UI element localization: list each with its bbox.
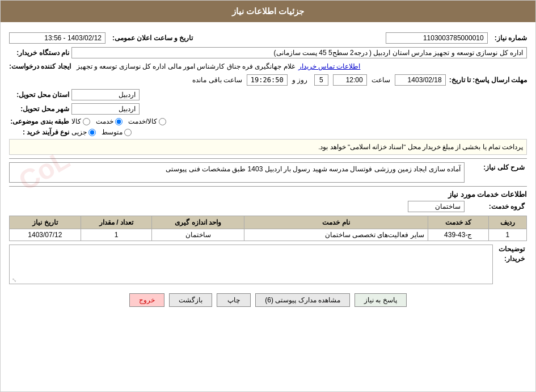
- need-description-label: شرح کلی نیاز:: [465, 162, 527, 171]
- deadline-label: مهلت ارسال پاسخ: تا تاریخ:: [446, 76, 527, 84]
- category-kala-khadamat-input[interactable]: [159, 118, 166, 125]
- col-header-unit: واحد اندازه گیری: [152, 216, 244, 229]
- process-jozi-input[interactable]: [88, 129, 96, 136]
- page-header: جزئیات اطلاعات نیاز: [1, 1, 535, 22]
- province-value: اردبیل: [71, 89, 140, 100]
- resize-handle[interactable]: ⤡: [11, 277, 16, 283]
- process-jozi-label: جزیی: [71, 128, 87, 136]
- service-info-title: اطلاعات خدمات مورد نیاز: [9, 190, 527, 199]
- buyer-notes-box: ⤡: [9, 245, 493, 284]
- buyer-org-label: نام دستگاه خریدار:: [9, 49, 71, 57]
- footer-buttons: پاسخ به نیاز مشاهده مدارک پیوستی (6) چاپ…: [9, 289, 527, 313]
- category-khadamat-input[interactable]: [115, 118, 123, 125]
- process-motavaset-label: متوسط: [102, 128, 123, 136]
- service-group-label: گروه خدمت:: [465, 203, 527, 210]
- col-header-code: کد خدمت: [428, 216, 488, 229]
- payment-note-text: پرداخت تمام یا بخشی از مبلغ خریدار محل "…: [318, 144, 523, 150]
- deadline-date: 1403/02/18: [395, 74, 446, 86]
- announcement-date-value: 1403/02/12 - 13:56: [9, 32, 105, 44]
- category-kala-input[interactable]: [83, 118, 90, 125]
- announcement-date-label: تاریخ و ساعت اعلان عمومی:: [109, 34, 193, 42]
- services-table: ردیف کد خدمت نام خدمت واحد اندازه گیری ت…: [9, 216, 527, 241]
- category-kala-label: کالا: [71, 117, 81, 125]
- cell-unit: ساختمان: [152, 229, 244, 241]
- category-khadamat-label: خدمت: [96, 117, 113, 125]
- exit-button[interactable]: خروج: [129, 293, 164, 307]
- service-group-value: ساختمان: [408, 201, 465, 212]
- city-value: اردبیل: [71, 103, 140, 115]
- cell-row: 1: [488, 229, 526, 241]
- requester-contact-link[interactable]: اطلاعات تماس خریدار: [298, 62, 361, 70]
- cell-name: سایر فعالیت‌های تخصصی ساختمان: [244, 229, 428, 241]
- deadline-time-label: ساعت: [372, 76, 390, 84]
- need-number-label: شماره نیاز:: [491, 34, 527, 42]
- buyer-notes-label: توضیحاتخریدار:: [493, 245, 527, 264]
- process-jozi-radio[interactable]: جزیی: [71, 128, 96, 136]
- page-title: جزئیات اطلاعات نیاز: [232, 6, 304, 16]
- deadline-days-val: 5: [314, 74, 328, 86]
- need-description-value: آماده سازی ایجاد زمین ورزشی فوتسال مدرسه…: [9, 162, 465, 183]
- process-label: نوع فرآیند خرید :: [9, 128, 71, 136]
- view-docs-button[interactable]: مشاهده مدارک پیوستی (6): [255, 293, 350, 307]
- province-label: استان محل تحویل:: [9, 91, 71, 99]
- category-kala-khadamat-radio[interactable]: کالا/خدمت: [128, 117, 166, 125]
- deadline-days-label: روز و: [292, 76, 307, 84]
- category-kala-khadamat-label: کالا/خدمت: [128, 117, 157, 125]
- answer-button[interactable]: پاسخ به نیاز: [354, 293, 407, 307]
- table-row: 1 ج-43-439 سایر فعالیت‌های تخصصی ساختمان…: [10, 229, 527, 241]
- cell-code: ج-43-439: [428, 229, 488, 241]
- category-kala-radio[interactable]: کالا: [71, 117, 90, 125]
- requester-label: ایجاد کننده درخواست:: [9, 62, 73, 70]
- process-motavaset-radio[interactable]: متوسط: [102, 128, 132, 136]
- need-number-value: 1103003785000010: [386, 32, 488, 44]
- col-header-qty: تعداد / مقدار: [81, 216, 152, 229]
- print-button[interactable]: چاپ: [217, 293, 251, 307]
- buyer-org-value: اداره کل نوسازی توسعه و تجهیز مدارس استا…: [71, 47, 527, 58]
- cell-qty: 1: [81, 229, 152, 241]
- deadline-remaining-label: ساعت باقی مانده: [192, 76, 242, 84]
- category-khadamat-radio[interactable]: خدمت: [96, 117, 123, 125]
- col-header-name: نام خدمت: [244, 216, 428, 229]
- back-button[interactable]: بازگشت: [169, 293, 212, 307]
- category-label: طبقه بندی موضوعی:: [9, 117, 71, 125]
- process-motavaset-input[interactable]: [124, 129, 132, 136]
- city-label: شهر محل تحویل:: [9, 105, 71, 113]
- payment-note: پرداخت تمام یا بخشی از مبلغ خریدار محل "…: [9, 139, 527, 155]
- col-header-date: تاریخ نیاز: [10, 216, 81, 229]
- requester-value: غلام جهانگیری فره جناق کارشناس امور مالی…: [73, 61, 298, 71]
- col-header-row: ردیف: [488, 216, 526, 229]
- cell-date: 1403/07/12: [10, 229, 81, 241]
- deadline-countdown: 19:26:50: [247, 74, 288, 86]
- deadline-time: 12:00: [333, 74, 367, 86]
